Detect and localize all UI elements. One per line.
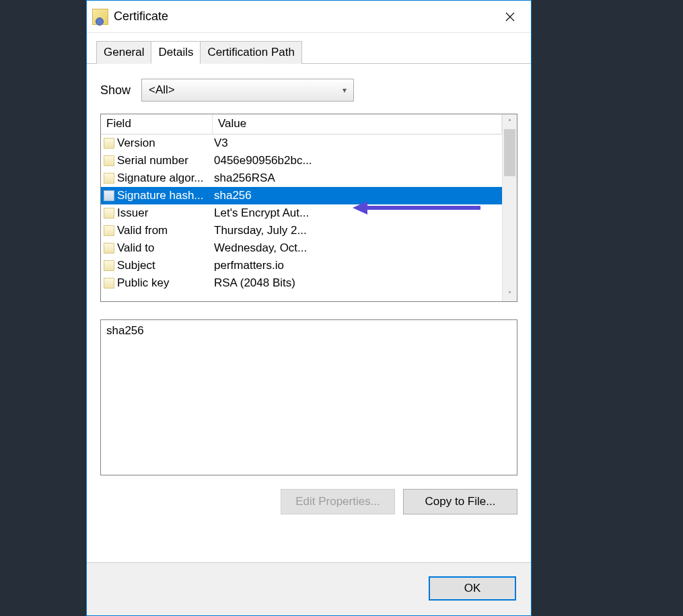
tab-strip: General Details Certification Path [87, 41, 531, 64]
row-value: V3 [213, 137, 502, 150]
show-filter-row: Show <All> ▾ [100, 79, 517, 102]
ok-button[interactable]: OK [429, 576, 516, 601]
row-value: perfmatters.io [213, 259, 502, 272]
row-value: Let's Encrypt Aut... [213, 206, 502, 220]
row-field: Valid from [117, 224, 168, 237]
property-icon [104, 278, 114, 288]
list-header: Field Value [101, 114, 502, 134]
table-row[interactable]: IssuerLet's Encrypt Aut... [101, 204, 502, 222]
close-icon [505, 12, 515, 22]
property-icon [104, 225, 114, 236]
property-icon [104, 243, 114, 254]
detail-textbox[interactable]: sha256 [100, 319, 517, 475]
detail-value: sha256 [106, 324, 144, 337]
property-icon [104, 173, 114, 184]
table-row[interactable]: Valid fromThursday, July 2... [101, 222, 502, 239]
row-value: RSA (2048 Bits) [213, 276, 502, 290]
tab-details[interactable]: Details [151, 41, 201, 64]
certificate-icon [92, 9, 108, 25]
row-field: Version [117, 137, 155, 150]
row-value: Thursday, July 2... [213, 224, 502, 237]
tab-general[interactable]: General [96, 41, 151, 64]
tab-certification-path[interactable]: Certification Path [200, 41, 301, 64]
property-icon [104, 208, 114, 219]
row-value: sha256 [213, 189, 502, 202]
scroll-down-button[interactable]: ˅ [503, 286, 517, 301]
row-value: Wednesday, Oct... [213, 241, 502, 255]
row-field: Subject [117, 259, 155, 272]
edit-properties-button: Edit Properties... [281, 489, 395, 514]
column-header-field[interactable]: Field [101, 114, 213, 134]
row-field: Serial number [117, 154, 188, 167]
field-list: Field Value VersionV3Serial number0456e9… [100, 114, 517, 302]
chevron-down-icon: ▾ [343, 85, 347, 95]
column-header-value[interactable]: Value [213, 114, 502, 134]
show-dropdown[interactable]: <All> ▾ [141, 79, 354, 102]
row-field: Valid to [117, 241, 154, 255]
tab-body-details: Show <All> ▾ Field Value VersionV3Serial… [87, 64, 531, 562]
dialog-footer: OK [87, 562, 531, 615]
show-dropdown-value: <All> [149, 83, 175, 97]
show-label: Show [100, 83, 131, 98]
scrollbar[interactable]: ˄ ˅ [502, 114, 517, 301]
table-row[interactable]: Signature hash...sha256 [101, 187, 502, 204]
button-row: Edit Properties... Copy to File... [100, 489, 517, 514]
row-value: 0456e90956b2bc... [213, 154, 502, 167]
table-row[interactable]: Valid toWednesday, Oct... [101, 239, 502, 257]
table-row[interactable]: Subjectperfmatters.io [101, 257, 502, 274]
list-rows: VersionV3Serial number0456e90956b2bc...S… [101, 134, 502, 301]
window-title: Certificate [114, 9, 495, 24]
certificate-dialog: Certificate General Details Certificatio… [86, 0, 532, 616]
scroll-thumb[interactable] [504, 129, 515, 176]
property-icon [104, 155, 114, 166]
row-field: Signature algor... [117, 171, 204, 185]
list-columns: Field Value VersionV3Serial number0456e9… [101, 114, 502, 301]
table-row[interactable]: Serial number0456e90956b2bc... [101, 152, 502, 169]
property-icon [104, 260, 114, 271]
titlebar: Certificate [87, 1, 531, 33]
scroll-track[interactable] [503, 129, 517, 286]
table-row[interactable]: Signature algor...sha256RSA [101, 169, 502, 187]
copy-to-file-button[interactable]: Copy to File... [403, 489, 517, 514]
property-icon [104, 190, 114, 201]
scroll-up-button[interactable]: ˄ [503, 114, 517, 129]
table-row[interactable]: Public keyRSA (2048 Bits) [101, 274, 502, 292]
row-field: Public key [117, 276, 169, 290]
row-value: sha256RSA [213, 171, 502, 185]
row-field: Issuer [117, 206, 148, 220]
row-field: Signature hash... [117, 189, 204, 202]
close-button[interactable] [495, 6, 526, 28]
property-icon [104, 138, 114, 149]
table-row[interactable]: VersionV3 [101, 134, 502, 152]
